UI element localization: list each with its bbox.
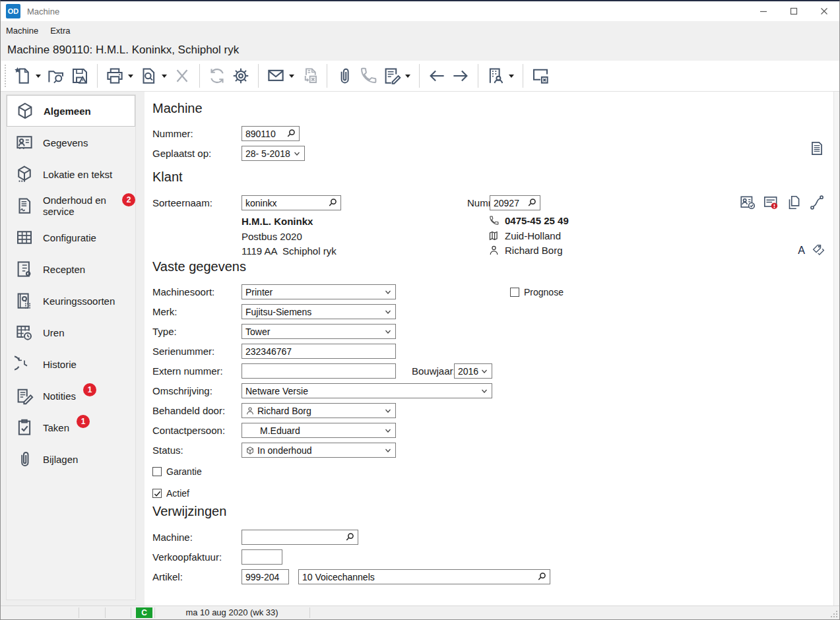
new-dropdown-icon[interactable] bbox=[36, 75, 41, 78]
checkbox-box[interactable] bbox=[152, 467, 162, 476]
checkbox-box[interactable] bbox=[510, 288, 519, 297]
navigate-forward-icon[interactable] bbox=[449, 65, 472, 87]
verwijzing-machine-input[interactable] bbox=[242, 530, 358, 545]
contactpersoon-select[interactable]: M.Eduard bbox=[242, 423, 396, 438]
garantie-checkbox[interactable]: Garantie bbox=[152, 466, 202, 477]
sorteernaam-input[interactable]: koninkx bbox=[242, 195, 341, 210]
sidebar-item-label: Notities bbox=[43, 390, 76, 402]
search-icon[interactable] bbox=[344, 532, 354, 542]
status-label: Status: bbox=[152, 443, 183, 458]
statusbar-separator bbox=[79, 607, 79, 618]
toolbar-separator bbox=[478, 64, 478, 88]
search-icon[interactable] bbox=[527, 198, 536, 208]
klant-telefoon-row: 0475-45 25 49 bbox=[488, 215, 569, 226]
preview-dropdown-icon[interactable] bbox=[162, 75, 167, 78]
bouwjaar-select[interactable]: 2016 bbox=[454, 363, 492, 379]
section-machine-heading: Machine bbox=[152, 101, 203, 116]
geplaatst-op-select[interactable]: 28- 5-2018 bbox=[242, 146, 305, 161]
app-logo: OD bbox=[6, 4, 20, 18]
statusbar-separator bbox=[105, 607, 106, 618]
route-icon[interactable] bbox=[808, 194, 825, 211]
sidebar-item-lokatie-en-tekst[interactable]: Lokatie en tekst bbox=[7, 158, 135, 190]
window-title: Machine bbox=[27, 7, 59, 16]
checkbox-box[interactable] bbox=[152, 489, 162, 498]
sidebar-item-gegevens[interactable]: Gegevens bbox=[7, 127, 135, 158]
page-title: Machine 890110: H.M.L. Koninkx, Schiphol… bbox=[7, 44, 239, 57]
merk-label: Merk: bbox=[152, 304, 178, 319]
sidebar-item-recepten[interactable]: Recepten bbox=[7, 253, 135, 285]
klant-nummer-input[interactable]: 20927 bbox=[490, 195, 540, 210]
search-icon[interactable] bbox=[286, 129, 296, 139]
type-select[interactable]: Tower bbox=[242, 324, 396, 339]
sidebar-item-historie[interactable]: Historie bbox=[7, 348, 135, 380]
maximize-icon[interactable] bbox=[779, 1, 809, 21]
print-preview-icon[interactable] bbox=[137, 65, 160, 87]
note-alert-icon[interactable] bbox=[762, 194, 779, 211]
serienummer-input[interactable]: 232346767 bbox=[242, 344, 396, 359]
merk-select[interactable]: Fujitsu-Siemens bbox=[242, 304, 396, 319]
sidebar-item-uren[interactable]: Uren bbox=[7, 317, 135, 348]
menu-extra[interactable]: Extra bbox=[50, 26, 70, 36]
settings-icon[interactable] bbox=[229, 65, 253, 87]
contact-verified-icon[interactable] bbox=[739, 194, 756, 211]
verkoopfaktuur-input[interactable] bbox=[242, 549, 282, 565]
omschrijving-combobox[interactable]: Netware Versie bbox=[242, 383, 492, 398]
artikel-code-input[interactable]: 999-204 bbox=[242, 569, 289, 584]
edit-dropdown-icon[interactable] bbox=[405, 75, 410, 78]
edit-note-icon[interactable] bbox=[380, 65, 404, 87]
sidebar-item-onderhoud-en-service[interactable]: Onderhoud en service 2 bbox=[7, 190, 135, 222]
status-select[interactable]: In onderhoud bbox=[242, 443, 396, 458]
sidebar-item-configuratie[interactable]: Configuratie bbox=[7, 222, 135, 253]
sidebar-item-bijlagen[interactable]: Bijlagen bbox=[7, 443, 135, 475]
minimize-icon[interactable] bbox=[748, 1, 779, 21]
prognose-checkbox[interactable]: Prognose bbox=[510, 287, 564, 297]
machine-nummer-value: 890110 bbox=[245, 129, 276, 139]
navigate-back-icon[interactable] bbox=[425, 65, 449, 87]
machine-nummer-input[interactable]: 890110 bbox=[242, 126, 300, 141]
phone-icon[interactable] bbox=[356, 65, 380, 87]
form-content: Machine Nummer: 890110 Geplaatst op: 28-… bbox=[145, 92, 839, 605]
artikel-omschrijving-input[interactable]: 10 Voicechannels bbox=[298, 569, 550, 584]
sidebar-item-algemeen[interactable]: Algemeen bbox=[7, 95, 135, 127]
open-search-icon[interactable] bbox=[44, 65, 68, 87]
menu-machine[interactable]: Machine bbox=[6, 26, 38, 36]
tags-icon[interactable] bbox=[812, 243, 825, 257]
save-icon[interactable] bbox=[68, 65, 92, 87]
paperclip-icon bbox=[15, 449, 34, 469]
sidebar-item-keuringssoorten[interactable]: Keuringssoorten bbox=[7, 285, 135, 317]
email-dropdown-icon[interactable] bbox=[289, 75, 294, 78]
resize-grip[interactable] bbox=[830, 610, 838, 618]
status-value: In onderhoud bbox=[257, 445, 312, 456]
klant-regio: Zuid-Holland bbox=[505, 230, 561, 241]
status-date: ma 10 aug 2020 (wk 33) bbox=[154, 607, 309, 618]
machinesoort-select[interactable]: Printer bbox=[242, 284, 396, 299]
toolbar-grip[interactable] bbox=[5, 65, 6, 87]
export-excel-icon[interactable] bbox=[298, 65, 321, 87]
nummer-label: Nummer: bbox=[152, 126, 193, 141]
sidebar-item-notities[interactable]: Notities 1 bbox=[7, 380, 135, 412]
actief-checkbox[interactable]: Actief bbox=[152, 488, 189, 499]
copy-icon[interactable] bbox=[785, 194, 802, 211]
attachment-icon[interactable] bbox=[333, 65, 356, 87]
document-icon[interactable] bbox=[808, 139, 825, 160]
print-icon[interactable] bbox=[103, 65, 127, 87]
new-document-icon[interactable] bbox=[11, 65, 34, 87]
sidebar-item-label: Algemeen bbox=[44, 106, 91, 117]
behandeld-door-select[interactable]: Richard Borg bbox=[242, 403, 396, 418]
email-icon[interactable] bbox=[264, 65, 288, 87]
search-icon[interactable] bbox=[327, 198, 337, 208]
close-icon[interactable] bbox=[809, 1, 839, 21]
sidebar-item-taken[interactable]: Taken 1 bbox=[7, 412, 135, 443]
organization-dropdown-icon[interactable] bbox=[509, 75, 514, 78]
close-window-icon[interactable] bbox=[529, 65, 552, 87]
app-window: OD Machine Machine Extra Machine 890110:… bbox=[0, 0, 840, 620]
delete-icon[interactable] bbox=[170, 65, 194, 87]
refresh-icon[interactable] bbox=[205, 65, 229, 87]
organization-icon[interactable] bbox=[484, 65, 507, 87]
vertical-scrollbar[interactable] bbox=[833, 92, 839, 605]
bouwjaar-label: Bouwjaar: bbox=[412, 363, 456, 379]
extern-nummer-input[interactable] bbox=[242, 363, 396, 379]
print-dropdown-icon[interactable] bbox=[128, 75, 133, 78]
search-icon[interactable] bbox=[536, 572, 546, 582]
contactpersoon-label: Contactpersoon: bbox=[152, 423, 225, 438]
